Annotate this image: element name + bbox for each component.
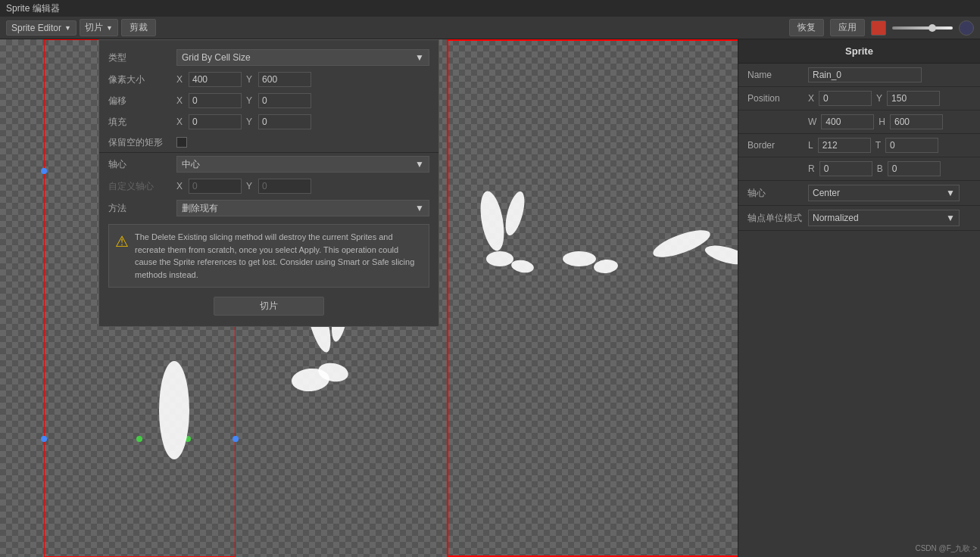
- handle-br[interactable]: [233, 436, 239, 442]
- position-row-2: W H: [738, 110, 980, 134]
- padding-row: 填充 X Y: [99, 111, 439, 132]
- border-b-label: B: [877, 163, 883, 174]
- name-row: Name: [738, 64, 980, 87]
- zoom-slider[interactable]: [892, 26, 953, 30]
- border-t-input[interactable]: [885, 138, 938, 153]
- sprite-info-header: Sprite: [738, 39, 980, 64]
- pixel-y-input[interactable]: [258, 72, 311, 87]
- border-l-label: L: [808, 140, 813, 151]
- pivot-mode-row: 轴点单位模式 Normalized ▼: [738, 206, 980, 231]
- name-input[interactable]: [808, 67, 922, 82]
- slice-dropdown-panel: 类型 Grid By Cell Size ▼ 像素大小 X Y 偏移: [98, 39, 439, 327]
- custom-pivot-y-label: Y: [246, 181, 252, 191]
- method-arrow: ▼: [415, 203, 424, 213]
- slice-btn-row: 切片: [99, 292, 439, 320]
- slice-arrow: ▼: [106, 24, 113, 32]
- main-toolbar: Sprite Editor ▼ 切片 ▼ 剪裁 恢复 应用: [0, 17, 980, 39]
- handle-tl[interactable]: [41, 168, 47, 174]
- custom-pivot-inputs: X Y: [176, 179, 311, 194]
- handle-bl[interactable]: [41, 436, 47, 442]
- pos-h-input[interactable]: [890, 114, 943, 129]
- pivot-mode-label: 轴点单位模式: [747, 212, 808, 225]
- trim-button[interactable]: 剪裁: [121, 19, 156, 36]
- border-rb-inputs: R B: [808, 161, 941, 176]
- method-row: 方法 删除现有 ▼: [99, 197, 439, 219]
- border-r-input[interactable]: [819, 161, 872, 176]
- canvas-sprites: [447, 39, 738, 557]
- slice-button[interactable]: 切片: [214, 297, 324, 316]
- warning-box: ⚠ The Delete Existing slicing method wil…: [108, 224, 429, 288]
- color-swatch-1[interactable]: [871, 20, 886, 36]
- sprite-editor-arrow: ▼: [64, 24, 71, 32]
- pivot-info-arrow: ▼: [946, 188, 955, 198]
- sprite-editor-dropdown[interactable]: Sprite Editor ▼: [6, 20, 76, 36]
- pivot-label: 轴心: [108, 158, 176, 171]
- main-area: 类型 Grid By Cell Size ▼ 像素大小 X Y 偏移: [0, 39, 980, 557]
- custom-pivot-x-input[interactable]: [189, 179, 242, 194]
- border-b-input[interactable]: [888, 161, 941, 176]
- warning-icon: ⚠: [115, 232, 129, 250]
- keep-empty-checkbox[interactable]: [176, 137, 187, 148]
- svg-point-10: [502, 189, 529, 237]
- pos-y-input[interactable]: [887, 91, 940, 106]
- color-swatch-2[interactable]: [959, 20, 974, 36]
- border-label: Border: [747, 140, 808, 151]
- pixel-x-label: X: [176, 74, 183, 85]
- type-label: 类型: [108, 51, 176, 64]
- zoom-thumb: [929, 24, 936, 32]
- zoom-slider-container: [892, 26, 953, 30]
- offset-y-input[interactable]: [258, 93, 311, 108]
- canvas-main[interactable]: [447, 39, 738, 557]
- watermark: CSDN @F_九歌 >: [915, 543, 977, 554]
- border-row-1: Border L T: [738, 134, 980, 157]
- type-arrow: ▼: [415, 52, 424, 63]
- padding-x-input[interactable]: [189, 114, 242, 129]
- handle-green-2[interactable]: [185, 436, 191, 442]
- svg-point-9: [476, 189, 507, 253]
- border-t-label: T: [875, 140, 881, 151]
- slice-dropdown[interactable]: 切片 ▼: [80, 19, 118, 36]
- svg-point-3: [291, 367, 330, 393]
- pivot-select[interactable]: 中心 ▼: [176, 156, 429, 173]
- pivot-info-select[interactable]: Center ▼: [808, 185, 960, 201]
- pos-y-label: Y: [876, 93, 882, 104]
- svg-point-15: [650, 225, 713, 263]
- method-select[interactable]: 删除现有 ▼: [176, 200, 429, 216]
- slice-panel-container: 类型 Grid By Cell Size ▼ 像素大小 X Y 偏移: [0, 39, 447, 557]
- pos-w-input[interactable]: [821, 114, 874, 129]
- pos-h-label: H: [879, 117, 885, 127]
- custom-pivot-label: 自定义轴心: [108, 180, 176, 193]
- svg-point-4: [317, 361, 350, 384]
- custom-pivot-row: 自定义轴心 X Y: [99, 176, 439, 197]
- offset-label: 偏移: [108, 95, 176, 107]
- position-wh-inputs: W H: [808, 114, 943, 129]
- title-bar: Sprite 编辑器: [0, 0, 980, 17]
- border-l-input[interactable]: [818, 138, 871, 153]
- pixel-size-inputs: X Y: [176, 72, 311, 87]
- handle-green-1[interactable]: [136, 436, 142, 442]
- keep-empty-label: 保留空的矩形: [108, 136, 176, 149]
- padding-y-input[interactable]: [258, 114, 311, 129]
- pos-x-input[interactable]: [819, 91, 872, 106]
- pixel-x-input[interactable]: [189, 72, 242, 87]
- custom-pivot-y-input[interactable]: [258, 179, 311, 194]
- warning-text: The Delete Existing slicing method will …: [135, 231, 423, 281]
- offset-inputs: X Y: [176, 93, 311, 108]
- svg-point-11: [486, 251, 513, 266]
- offset-row: 偏移 X Y: [99, 90, 439, 111]
- offset-x-input[interactable]: [189, 93, 242, 108]
- name-label: Name: [747, 70, 808, 80]
- type-row: 类型 Grid By Cell Size ▼: [99, 46, 439, 69]
- toolbar-right: 恢复 应用: [789, 19, 974, 36]
- border-row-2: R B: [738, 157, 980, 181]
- type-select[interactable]: Grid By Cell Size ▼: [176, 49, 429, 66]
- pivot-mode-select[interactable]: Normalized ▼: [808, 210, 960, 226]
- offset-x-label: X: [176, 95, 183, 106]
- apply-button[interactable]: 应用: [830, 19, 865, 36]
- restore-button[interactable]: 恢复: [789, 19, 824, 36]
- offset-y-label: Y: [246, 95, 252, 106]
- pos-w-label: W: [808, 117, 816, 127]
- pixel-y-label: Y: [246, 74, 252, 85]
- border-r-label: R: [808, 163, 815, 174]
- pivot-mode-arrow: ▼: [946, 213, 955, 223]
